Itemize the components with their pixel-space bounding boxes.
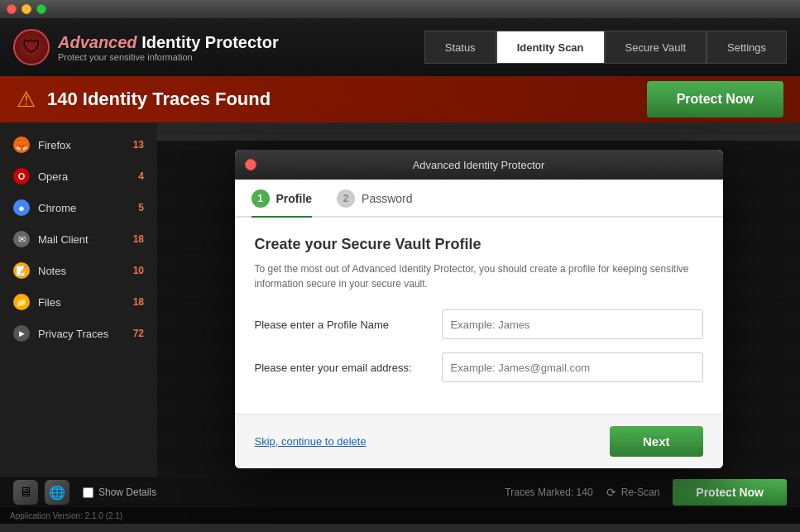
modal-titlebar: Advanced Identity Protector [235, 150, 723, 180]
skip-link[interactable]: Skip, continue to delete [255, 435, 366, 448]
profile-name-input[interactable] [442, 309, 703, 339]
form-label-name: Please enter a Profile Name [255, 319, 429, 331]
warning-text: 140 Identity Traces Found [47, 89, 635, 110]
sidebar-item-label-chrome: Chrome [38, 202, 119, 214]
modal-heading: Create your Secure Vault Profile [255, 236, 703, 253]
sidebar-item-label-firefox: Firefox [38, 139, 119, 151]
next-button[interactable]: Next [610, 426, 703, 457]
warning-banner: ⚠ 140 Identity Traces Found Protect Now [0, 76, 800, 122]
app-header: 🛡 Advanced Identity Protector Protect yo… [0, 18, 800, 76]
sidebar-item-count-opera: 4 [127, 170, 144, 182]
modal-close-button[interactable] [245, 159, 256, 170]
traces-marked: Traces Marked: 140 [505, 486, 592, 498]
app-name-rest: Identity Protector [137, 33, 279, 51]
modal-tab-profile[interactable]: 1 Profile [251, 189, 313, 218]
modal-footer: Skip, continue to delete Next [235, 414, 723, 468]
privacy-icon: ▶ [13, 325, 30, 342]
protect-now-button[interactable]: Protect Now [647, 81, 783, 117]
version-text: Application Version: 2.1.0 (2.1) [10, 511, 122, 520]
title-bar [0, 0, 800, 18]
sidebar-item-count-files: 18 [127, 296, 144, 308]
sidebar-item-count-privacy: 72 [127, 328, 144, 339]
app-title-block: Advanced Identity Protector Protect your… [58, 33, 279, 62]
tab-profile-number: 1 [251, 189, 270, 208]
form-row-email: Please enter your email address: [255, 352, 703, 382]
sidebar-item-count-chrome: 5 [127, 202, 144, 213]
sidebar-item-count-firefox: 13 [127, 139, 144, 151]
modal-tabs: 1 Profile 2 Password [235, 180, 723, 218]
sidebar: 🦊 Firefox 13 O Opera 4 ● Chrome 5 ✉ Mail… [0, 122, 157, 477]
modal-title: Advanced Identity Protector [413, 159, 545, 171]
tab-secure-vault[interactable]: Secure Vault [605, 31, 707, 64]
rescan-button[interactable]: ⟳ Re-Scan [606, 486, 660, 499]
chrome-icon: ● [13, 199, 30, 216]
form-label-email: Please enter your email address: [255, 362, 429, 374]
sidebar-item-label-files: Files [38, 296, 119, 309]
app-subtitle: Protect your sensitive information [58, 52, 279, 62]
protect-now-bottom-button[interactable]: Protect Now [673, 479, 787, 506]
tab-password-number: 2 [337, 189, 355, 208]
email-input[interactable] [442, 352, 703, 382]
modal-dialog: Advanced Identity Protector 1 Profile 2 … [235, 150, 723, 468]
tab-status[interactable]: Status [424, 31, 496, 64]
sidebar-item-privacy[interactable]: ▶ Privacy Traces 72 [0, 318, 157, 349]
warning-icon: ⚠ [17, 87, 36, 113]
notes-icon: 📝 [13, 262, 30, 279]
mac-icons: 🖥 🌐 [13, 480, 69, 505]
sidebar-item-files[interactable]: 📁 Files 18 [0, 286, 157, 318]
opera-icon: O [13, 168, 30, 185]
firefox-icon: 🦊 [13, 137, 30, 153]
files-icon: 📁 [13, 294, 30, 310]
sidebar-item-label-notes: Notes [38, 265, 119, 277]
content-area: Advanced Identity Protector 1 Profile 2 … [157, 122, 800, 477]
status-bar: 🖥 🌐 Show Details Traces Marked: 140 ⟳ Re… [0, 477, 800, 507]
form-row-name: Please enter a Profile Name [255, 309, 703, 339]
modal-overlay: Advanced Identity Protector 1 Profile 2 … [157, 141, 800, 477]
maximize-button[interactable] [36, 4, 46, 14]
sidebar-item-count-mail: 18 [127, 233, 144, 245]
sidebar-item-mail[interactable]: ✉ Mail Client 18 [0, 223, 157, 255]
modal-description: To get the most out of Advanced Identity… [255, 261, 703, 291]
app-logo: 🛡 Advanced Identity Protector Protect yo… [13, 29, 424, 65]
version-bar: Application Version: 2.1.0 (2.1) [0, 507, 800, 524]
close-button[interactable] [7, 4, 17, 14]
mac-app-icon: 🌐 [45, 480, 69, 505]
sidebar-item-count-notes: 10 [127, 265, 144, 276]
app-name-italic: Advanced [58, 33, 137, 51]
show-details-check[interactable]: Show Details [83, 486, 156, 498]
mail-icon: ✉ [13, 231, 30, 247]
shield-icon: 🛡 [13, 29, 50, 65]
sidebar-item-label-opera: Opera [38, 170, 119, 183]
tab-settings[interactable]: Settings [707, 31, 787, 64]
main-content: 🦊 Firefox 13 O Opera 4 ● Chrome 5 ✉ Mail… [0, 122, 800, 477]
modal-tab-password[interactable]: 2 Password [337, 189, 412, 218]
app-name: Advanced Identity Protector [58, 33, 279, 52]
modal-body: Create your Secure Vault Profile To get … [235, 218, 723, 414]
sidebar-item-chrome[interactable]: ● Chrome 5 [0, 192, 157, 223]
mac-finder-icon: 🖥 [13, 480, 38, 505]
tab-identity-scan[interactable]: Identity Scan [496, 31, 605, 64]
minimize-button[interactable] [22, 4, 31, 14]
show-details-label: Show Details [98, 486, 156, 498]
tab-profile-label: Profile [276, 192, 313, 205]
show-details-checkbox[interactable] [83, 487, 93, 498]
sidebar-item-label-mail: Mail Client [38, 233, 119, 246]
sidebar-item-opera[interactable]: O Opera 4 [0, 161, 157, 192]
rescan-label: Re-Scan [621, 486, 660, 498]
tab-password-label: Password [362, 192, 412, 205]
sidebar-item-label-privacy: Privacy Traces [38, 328, 119, 340]
rescan-icon: ⟳ [606, 486, 616, 499]
sidebar-item-firefox[interactable]: 🦊 Firefox 13 [0, 129, 157, 161]
nav-tabs: Status Identity Scan Secure Vault Settin… [424, 31, 787, 64]
sidebar-item-notes[interactable]: 📝 Notes 10 [0, 255, 157, 286]
